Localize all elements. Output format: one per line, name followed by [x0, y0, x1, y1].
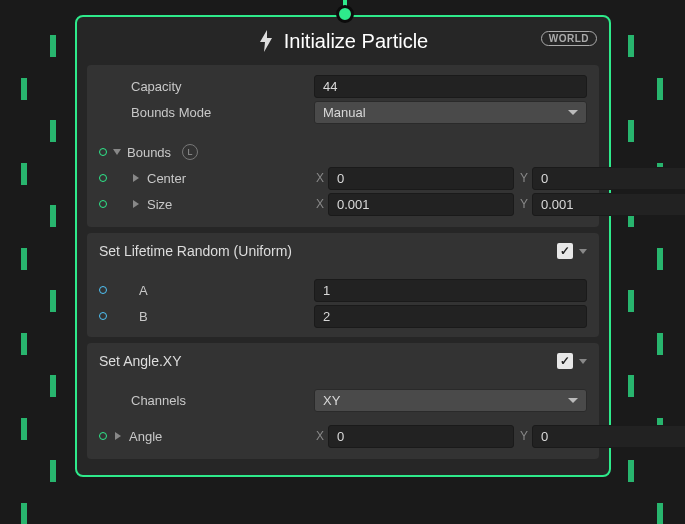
center-label: Center: [147, 171, 186, 186]
bounds-mode-dropdown[interactable]: Manual: [314, 101, 587, 124]
bounds-mode-label: Bounds Mode: [99, 105, 314, 120]
angle-label: Angle: [129, 429, 162, 444]
lifetime-a-input[interactable]: [314, 279, 587, 302]
world-tag[interactable]: WORLD: [541, 31, 597, 46]
capacity-input[interactable]: [314, 75, 587, 98]
axis-y-label: Y: [518, 171, 528, 185]
channels-dropdown[interactable]: XY: [314, 389, 587, 412]
axis-x-label: X: [314, 429, 324, 443]
center-expand-icon[interactable]: [133, 174, 139, 182]
lifetime-b-label: B: [139, 309, 148, 324]
center-port[interactable]: [99, 174, 107, 182]
axis-x-label: X: [314, 197, 324, 211]
angle-menu-icon[interactable]: [579, 359, 587, 364]
axis-y-label: Y: [518, 429, 528, 443]
size-label: Size: [147, 197, 172, 212]
size-expand-icon[interactable]: [133, 200, 139, 208]
lifetime-section: Set Lifetime Random (Uniform) ✓ A: [87, 233, 599, 337]
channels-value: XY: [323, 393, 340, 408]
capacity-section: Capacity Bounds Mode Manual: [87, 65, 599, 227]
center-y-input[interactable]: [532, 167, 685, 190]
bolt-icon: [258, 30, 274, 52]
lifetime-menu-icon[interactable]: [579, 249, 587, 254]
axis-y-label: Y: [518, 197, 528, 211]
lifetime-title: Set Lifetime Random (Uniform): [99, 243, 292, 259]
angle-y-input[interactable]: [532, 425, 685, 448]
angle-port[interactable]: [99, 432, 107, 440]
axis-x-label: X: [314, 171, 324, 185]
angle-section: Set Angle.XY ✓ Channels XY: [87, 343, 599, 459]
center-x-input[interactable]: [328, 167, 514, 190]
bounds-port[interactable]: [99, 148, 107, 156]
chevron-down-icon: [568, 110, 578, 115]
chevron-down-icon: [568, 398, 578, 403]
lifetime-a-label: A: [139, 283, 148, 298]
lifetime-a-port[interactable]: [99, 286, 107, 294]
bounds-collapse-icon[interactable]: [113, 149, 121, 155]
bounds-label: Bounds: [127, 145, 171, 160]
angle-title: Set Angle.XY: [99, 353, 182, 369]
bounds-mode-value: Manual: [323, 105, 366, 120]
node-header: Initialize Particle WORLD: [77, 17, 609, 65]
size-x-input[interactable]: [328, 193, 514, 216]
local-badge[interactable]: L: [182, 144, 198, 160]
capacity-label: Capacity: [99, 79, 314, 94]
size-port[interactable]: [99, 200, 107, 208]
angle-enabled-checkbox[interactable]: ✓: [557, 353, 573, 369]
angle-x-input[interactable]: [328, 425, 514, 448]
lifetime-b-port[interactable]: [99, 312, 107, 320]
size-y-input[interactable]: [532, 193, 685, 216]
angle-expand-icon[interactable]: [115, 432, 121, 440]
initialize-particle-node: Initialize Particle WORLD Capacity Bound…: [75, 15, 611, 477]
lifetime-b-input[interactable]: [314, 305, 587, 328]
channels-label: Channels: [99, 393, 314, 408]
lifetime-enabled-checkbox[interactable]: ✓: [557, 243, 573, 259]
node-input-connector[interactable]: [336, 5, 354, 23]
node-title: Initialize Particle: [284, 30, 429, 53]
